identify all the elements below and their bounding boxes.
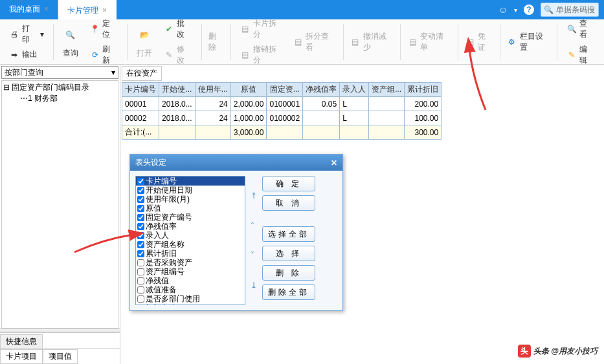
- item-value-tab[interactable]: 项目值: [43, 349, 78, 364]
- table-row[interactable]: 000022018.0...241,000.000100002L100.00: [122, 111, 442, 125]
- dept-tree[interactable]: ⊟ 固定资产部门编码目录 ⋯1 财务部: [1, 80, 118, 328]
- refresh-button[interactable]: ⟳刷新: [87, 43, 121, 67]
- edit-button[interactable]: ✎编辑: [564, 43, 598, 67]
- move-down-icon[interactable]: ˅: [251, 251, 257, 260]
- select-button[interactable]: 选 择: [262, 246, 315, 261]
- tree-root[interactable]: 固定资产部门编码目录: [12, 83, 89, 92]
- print-button[interactable]: 🖨打印 ▾: [6, 22, 47, 47]
- list-item[interactable]: 使用年限(月): [136, 195, 245, 204]
- move-up-icon[interactable]: ˄: [251, 221, 257, 230]
- chevron-down-icon[interactable]: ▾: [514, 6, 517, 14]
- ok-button[interactable]: 确 定: [262, 176, 315, 191]
- column-listbox[interactable]: 卡片编号开始使用日期使用年限(月)原值固定资产编号净残值率录入人资产组名称累计折…: [135, 176, 245, 305]
- move-bottom-icon[interactable]: ⤓: [251, 281, 257, 290]
- column-header[interactable]: 原值: [230, 83, 267, 97]
- batch-button[interactable]: ✔批改: [161, 17, 195, 41]
- column-header[interactable]: 使用年...: [195, 83, 230, 97]
- select-all-button[interactable]: 选择全部: [262, 226, 315, 242]
- list-item[interactable]: 部门名称: [136, 303, 245, 305]
- help-icon[interactable]: ?: [524, 5, 534, 15]
- column-setting-button[interactable]: ⚙栏目设置: [504, 30, 554, 54]
- checkbox[interactable]: [137, 259, 144, 266]
- list-item[interactable]: 净残值率: [136, 222, 245, 231]
- query-mode-dropdown[interactable]: 按部门查询▾: [1, 66, 118, 79]
- checkbox[interactable]: [137, 277, 144, 284]
- check-icon: ✔: [164, 24, 174, 34]
- unsplit-button[interactable]: ▤撤销拆分: [238, 43, 287, 67]
- tree-collapse-icon[interactable]: ⊟: [3, 83, 12, 92]
- dialog-titlebar[interactable]: 表头设定 ✕: [130, 155, 342, 171]
- close-icon[interactable]: ✕: [331, 158, 337, 167]
- checkbox[interactable]: [137, 223, 144, 230]
- column-header[interactable]: 录入人: [340, 83, 369, 97]
- checkbox[interactable]: [137, 305, 144, 306]
- change-list-button[interactable]: ▤变动清单: [405, 30, 454, 54]
- list-item[interactable]: 是否采购资产: [136, 258, 245, 267]
- voucher-icon: ▤: [465, 37, 475, 47]
- delete-all-button[interactable]: 删除全部: [262, 284, 315, 300]
- asset-grid[interactable]: 卡片编号开始使...使用年...原值固定资...净残值率录入人资产组...累计折…: [122, 82, 442, 140]
- checkbox[interactable]: [137, 178, 144, 185]
- checkbox[interactable]: [137, 295, 144, 303]
- list-item[interactable]: 开始使用日期: [136, 186, 245, 195]
- tab-desktop[interactable]: 我的桌面×: [0, 0, 58, 19]
- pencil-icon: ✎: [566, 50, 577, 60]
- undo-decrease-button[interactable]: ▤撤消减少: [348, 30, 397, 54]
- list-item[interactable]: 卡片编号: [136, 177, 245, 186]
- checkbox[interactable]: [137, 241, 144, 248]
- table-row[interactable]: 000012018.0...242,000.0001000010.05L200.…: [122, 97, 442, 111]
- move-top-icon[interactable]: ⤒: [251, 191, 257, 200]
- tree-child[interactable]: ⋯1 财务部: [3, 93, 117, 104]
- search-box[interactable]: 🔍: [541, 3, 599, 17]
- list-item[interactable]: 净残值: [136, 276, 245, 285]
- checkbox[interactable]: [137, 214, 144, 221]
- modify-button[interactable]: ✎修改: [161, 43, 195, 67]
- checkbox[interactable]: [137, 187, 144, 194]
- split-button[interactable]: ▤卡片拆分: [238, 17, 287, 41]
- split-icon: ▤: [240, 24, 251, 34]
- list-item[interactable]: 是否多部门使用: [136, 294, 245, 303]
- checkbox[interactable]: [137, 250, 144, 257]
- checkbox[interactable]: [137, 196, 144, 203]
- column-header[interactable]: 开始使...: [159, 83, 196, 97]
- cancel-button[interactable]: 取 消: [262, 195, 315, 211]
- list-item[interactable]: 固定资产编号: [136, 213, 245, 222]
- list-item[interactable]: 资产组编号: [136, 267, 245, 276]
- watermark: 头头条 @用友小技巧: [518, 343, 598, 358]
- quick-info-tab[interactable]: 快捷信息: [0, 334, 43, 348]
- list-item[interactable]: 资产组名称: [136, 240, 245, 249]
- view-icon: 🔍: [566, 24, 577, 34]
- close-icon[interactable]: ×: [102, 6, 107, 15]
- folder-icon: 📂: [134, 25, 155, 45]
- column-header[interactable]: 累计折旧: [405, 83, 442, 97]
- delete-button[interactable]: 删除: [206, 30, 227, 54]
- locate-button[interactable]: 📍定位: [87, 17, 121, 41]
- view-button[interactable]: 🔍查看: [564, 17, 598, 41]
- column-header[interactable]: 固定资...: [267, 83, 303, 97]
- split-view-button[interactable]: ▤拆分查看: [290, 30, 339, 54]
- list-item[interactable]: 录入人: [136, 231, 245, 240]
- total-row: 合计:(...3,000.00300.00: [122, 125, 442, 140]
- voucher-button[interactable]: ▤凭证: [462, 30, 496, 54]
- open-button[interactable]: 📂打开: [131, 23, 157, 60]
- checkbox[interactable]: [137, 232, 144, 239]
- export-button[interactable]: ➡输出: [6, 48, 47, 61]
- search-input[interactable]: [556, 5, 595, 14]
- card-item-tab[interactable]: 卡片项目: [0, 349, 43, 364]
- left-panel: 按部门查询▾ ⊟ 固定资产部门编码目录 ⋯1 财务部 快捷信息 卡片项目 项目值: [0, 65, 120, 364]
- list-icon: ▤: [407, 37, 418, 47]
- close-icon[interactable]: ×: [44, 5, 49, 14]
- list-item[interactable]: 原值: [136, 204, 245, 213]
- checkbox[interactable]: [137, 205, 144, 212]
- column-header[interactable]: 资产组...: [369, 83, 405, 97]
- grid-title: 在役资产: [122, 66, 162, 81]
- list-item[interactable]: 减值准备: [136, 285, 245, 294]
- delete-button[interactable]: 删 除: [262, 265, 315, 281]
- column-header[interactable]: 卡片编号: [122, 83, 159, 97]
- list-item[interactable]: 累计折旧: [136, 249, 245, 258]
- checkbox[interactable]: [137, 268, 144, 275]
- column-header[interactable]: 净残值率: [303, 83, 340, 97]
- query-button[interactable]: 🔍查询: [58, 23, 84, 60]
- user-icon[interactable]: ☺: [498, 5, 508, 15]
- checkbox[interactable]: [137, 286, 144, 294]
